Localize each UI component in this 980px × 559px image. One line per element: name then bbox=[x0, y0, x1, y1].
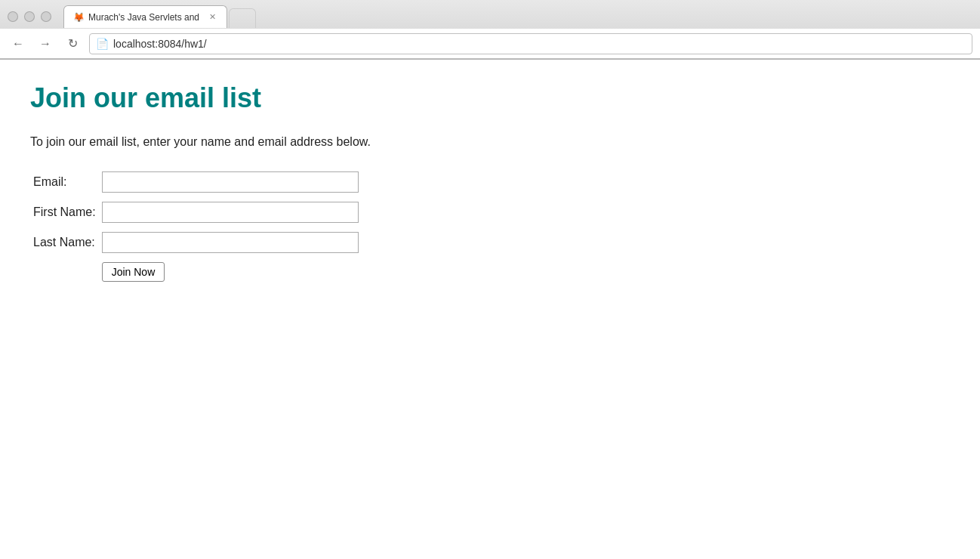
page-content: Join our email list To join our email li… bbox=[0, 60, 980, 559]
email-label: Email: bbox=[30, 167, 99, 197]
submit-cell: Join Now bbox=[99, 258, 362, 286]
close-window-button[interactable] bbox=[8, 11, 18, 22]
join-now-button[interactable]: Join Now bbox=[102, 262, 165, 282]
minimize-window-button[interactable] bbox=[24, 11, 35, 22]
active-tab[interactable]: 🦊 Murach's Java Servlets and ✕ bbox=[63, 5, 227, 28]
email-cell bbox=[99, 167, 362, 197]
page-title: Join our email list bbox=[30, 82, 950, 114]
new-tab[interactable] bbox=[229, 8, 256, 28]
last-name-input[interactable] bbox=[102, 232, 359, 253]
last-name-cell bbox=[99, 227, 362, 258]
first-name-label: First Name: bbox=[30, 197, 99, 227]
tabs-row: 🦊 Murach's Java Servlets and ✕ bbox=[63, 5, 256, 28]
first-name-input[interactable] bbox=[102, 202, 359, 223]
email-row: Email: bbox=[30, 167, 362, 197]
tab-favicon-icon: 🦊 bbox=[73, 12, 84, 23]
title-bar: 🦊 Murach's Java Servlets and ✕ bbox=[0, 0, 980, 29]
browser-chrome: 🦊 Murach's Java Servlets and ✕ ← → ↻ 📄 l… bbox=[0, 0, 980, 60]
form-table: Email: First Name: Last Name: bbox=[30, 167, 362, 286]
back-button[interactable]: ← bbox=[8, 33, 29, 54]
navigation-bar: ← → ↻ 📄 localhost:8084/hw1/ bbox=[0, 29, 980, 59]
tab-close-button[interactable]: ✕ bbox=[207, 12, 217, 23]
email-input[interactable] bbox=[102, 171, 359, 193]
page-description: To join our email list, enter your name … bbox=[30, 135, 950, 149]
maximize-window-button[interactable] bbox=[41, 11, 51, 22]
forward-button[interactable]: → bbox=[35, 33, 56, 54]
reload-button[interactable]: ↻ bbox=[62, 33, 83, 54]
tab-title: Murach's Java Servlets and bbox=[88, 12, 199, 23]
last-name-label: Last Name: bbox=[30, 227, 99, 258]
first-name-row: First Name: bbox=[30, 197, 362, 227]
submit-row: Join Now bbox=[30, 258, 362, 286]
window-controls bbox=[8, 11, 51, 22]
address-bar[interactable]: 📄 localhost:8084/hw1/ bbox=[89, 33, 972, 54]
email-form: Email: First Name: Last Name: bbox=[30, 167, 950, 286]
address-text: localhost:8084/hw1/ bbox=[113, 38, 207, 50]
first-name-cell bbox=[99, 197, 362, 227]
page-icon: 📄 bbox=[96, 38, 109, 50]
last-name-row: Last Name: bbox=[30, 227, 362, 258]
